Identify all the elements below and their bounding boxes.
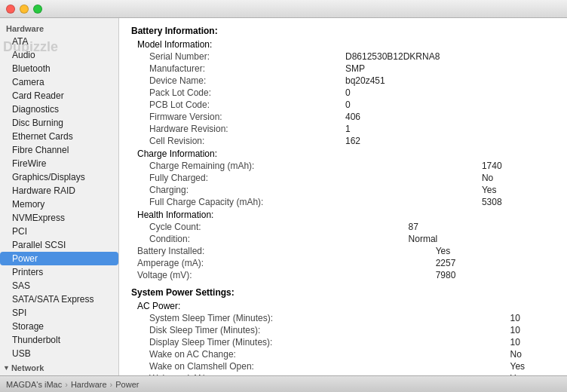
row-value: D8612530B12DKRNA8: [333, 51, 555, 63]
sidebar-item-nvmexpress[interactable]: NVMExpress: [0, 211, 118, 225]
sidebar: HardwareATAAudioBluetoothCameraCard Read…: [0, 18, 119, 375]
table-row: Manufacturer:SMP: [131, 63, 555, 75]
sidebar-item-bluetooth[interactable]: Bluetooth: [0, 62, 118, 75]
sidebar-item-storage[interactable]: Storage: [0, 320, 118, 333]
table-row: Cycle Count:87: [131, 221, 555, 233]
sidebar-item-camera[interactable]: Camera: [0, 75, 118, 89]
table-row: Voltage (mV):7980: [131, 269, 555, 281]
sidebar-item-power[interactable]: Power: [0, 252, 118, 265]
sidebar-item-audio[interactable]: Audio: [0, 48, 118, 62]
row-value: 10: [498, 336, 555, 348]
row-label: Charging:: [131, 184, 470, 196]
table-row: Cell Revision:162: [131, 135, 555, 147]
sidebar-item-parallel-scsi[interactable]: Parallel SCSI: [0, 238, 118, 252]
health-info-table: Cycle Count:87Condition:Normal: [131, 221, 555, 245]
row-value: Yes: [470, 184, 555, 196]
breadcrumb-item: Power: [115, 380, 139, 389]
row-value: 87: [397, 221, 555, 233]
breadcrumb-separator: ›: [65, 380, 68, 389]
table-row: Fully Charged:No: [131, 172, 555, 184]
sidebar-item-firewall[interactable]: Firewall: [0, 374, 118, 375]
table-row: Wake on Clamshell Open:Yes: [131, 360, 555, 372]
sidebar-item-fibre-channel[interactable]: Fibre Channel: [0, 143, 118, 157]
row-label: Display Sleep Timer (Minutes):: [131, 336, 498, 348]
sidebar-item-memory[interactable]: Memory: [0, 198, 118, 211]
sidebar-item-sata-sata-express[interactable]: SATA/SATA Express: [0, 292, 118, 306]
battery-misc-table: Battery Installed:YesAmperage (mA):2257V…: [131, 245, 555, 281]
row-value: No: [470, 172, 555, 184]
title-bar: [0, 0, 567, 18]
row-value: Yes: [498, 360, 555, 372]
sidebar-item-ata[interactable]: ATA: [0, 35, 118, 48]
model-info-title: Model Information:: [131, 39, 555, 50]
sidebar-item-graphics-displays[interactable]: Graphics/Displays: [0, 170, 118, 184]
row-value: 1740: [470, 160, 555, 172]
sidebar-item-usb[interactable]: USB: [0, 347, 118, 360]
row-label: Battery Installed:: [131, 245, 424, 257]
close-button[interactable]: [6, 5, 15, 14]
row-value: 406: [333, 111, 555, 123]
sidebar-item-diagnostics[interactable]: Diagnostics: [0, 103, 118, 116]
sidebar-item-firewire[interactable]: FireWire: [0, 157, 118, 170]
sidebar-section-network: ▼Network: [0, 360, 118, 374]
row-value: 2257: [424, 257, 555, 269]
table-row: Firmware Version:406: [131, 111, 555, 123]
breadcrumb-separator: ›: [110, 380, 113, 389]
table-row: Pack Lot Code:0: [131, 87, 555, 99]
table-row: PCB Lot Code:0: [131, 99, 555, 111]
sidebar-item-card-reader[interactable]: Card Reader: [0, 89, 118, 103]
row-label: Wake on LAN:: [131, 372, 498, 375]
row-label: Manufacturer:: [131, 63, 333, 75]
status-bar: MAGDA's iMac›Hardware›Power: [0, 375, 567, 392]
table-row: Serial Number:D8612530B12DKRNA8: [131, 51, 555, 63]
row-value: Normal: [397, 233, 555, 245]
model-info-table: Serial Number:D8612530B12DKRNA8Manufactu…: [131, 51, 555, 147]
table-row: Amperage (mA):2257: [131, 257, 555, 269]
ac-power-label: AC Power:: [131, 301, 555, 311]
sidebar-item-spi[interactable]: SPI: [0, 306, 118, 320]
row-label: Full Charge Capacity (mAh):: [131, 196, 470, 208]
row-value: 1: [333, 123, 555, 135]
row-label: PCB Lot Code:: [131, 99, 333, 111]
sidebar-item-pci[interactable]: PCI: [0, 225, 118, 238]
row-value: bq20z451: [333, 75, 555, 87]
row-label: Cycle Count:: [131, 221, 397, 233]
sidebar-item-sas[interactable]: SAS: [0, 279, 118, 292]
row-label: Amperage (mA):: [131, 257, 424, 269]
row-label: Condition:: [131, 233, 397, 245]
table-row: Device Name:bq20z451: [131, 75, 555, 87]
table-row: Full Charge Capacity (mAh):5308: [131, 196, 555, 208]
maximize-button[interactable]: [33, 5, 42, 14]
table-row: System Sleep Timer (Minutes):10: [131, 312, 555, 324]
row-label: Wake on Clamshell Open:: [131, 360, 498, 372]
sidebar-item-thunderbolt[interactable]: Thunderbolt: [0, 333, 118, 347]
row-label: Cell Revision:: [131, 135, 333, 147]
table-row: Charge Remaining (mAh):1740: [131, 160, 555, 172]
row-value: SMP: [333, 63, 555, 75]
row-value: 0: [333, 99, 555, 111]
sidebar-item-hardware-raid[interactable]: Hardware RAID: [0, 184, 118, 198]
table-row: Wake on LAN:Yes: [131, 372, 555, 375]
system-power-title: System Power Settings:: [131, 287, 555, 298]
row-label: Hardware Revision:: [131, 123, 333, 135]
sidebar-section-hardware: Hardware: [0, 21, 118, 35]
row-label: Voltage (mV):: [131, 269, 424, 281]
table-row: Condition:Normal: [131, 233, 555, 245]
row-label: System Sleep Timer (Minutes):: [131, 312, 498, 324]
row-label: Pack Lot Code:: [131, 87, 333, 99]
sidebar-item-disc-burning[interactable]: Disc Burning: [0, 116, 118, 130]
row-label: Serial Number:: [131, 51, 333, 63]
row-label: Firmware Version:: [131, 111, 333, 123]
row-label: Disk Sleep Timer (Minutes):: [131, 324, 498, 336]
row-label: Device Name:: [131, 75, 333, 87]
ac-power-table: System Sleep Timer (Minutes):10Disk Slee…: [131, 312, 555, 375]
table-row: Display Sleep Timer (Minutes):10: [131, 336, 555, 348]
sidebar-item-ethernet-cards[interactable]: Ethernet Cards: [0, 130, 118, 143]
minimize-button[interactable]: [20, 5, 29, 14]
content-area: Battery Information:Model Information:Se…: [119, 18, 567, 375]
sidebar-item-printers[interactable]: Printers: [0, 265, 118, 279]
table-row: Battery Installed:Yes: [131, 245, 555, 257]
table-row: Wake on AC Change:No: [131, 348, 555, 360]
window-controls[interactable]: [6, 5, 42, 14]
row-value: 7980: [424, 269, 555, 281]
